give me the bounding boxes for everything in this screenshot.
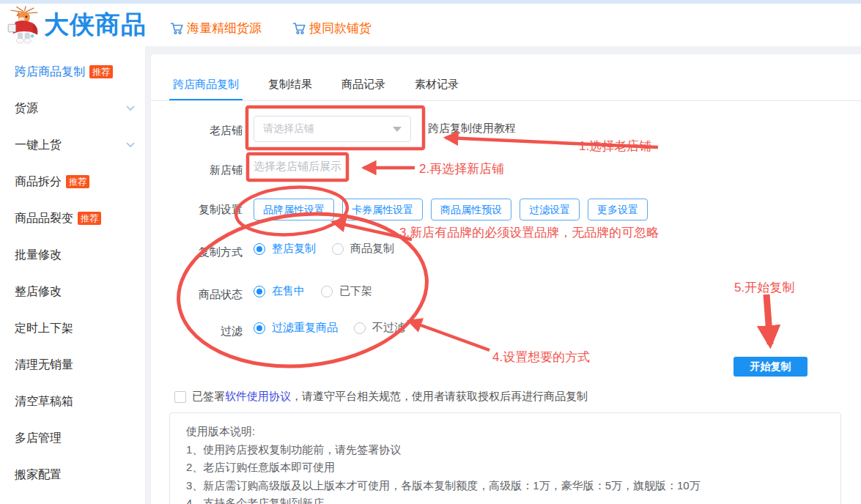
tab-material-records[interactable]: 素材记录 [415, 70, 459, 100]
copy-settings-buttons: 品牌属性设置 卡券属性设置 商品属性预设 过滤设置 更多设置 [254, 199, 648, 220]
radio-product-copy[interactable]: 商品复制 [332, 242, 394, 256]
sidebar: 跨店商品复制 推荐 货源 一键上货 商品拆分 推荐 商品品裂变 推荐 批量修改 … [0, 46, 146, 504]
nav-link-same-item[interactable]: 搜同款铺货 [292, 20, 372, 37]
radio-label: 过滤重复商品 [272, 321, 338, 335]
version-note-line: 2、老店订购任意版本即可使用 [186, 459, 824, 477]
copy-mode-options: 整店复制 商品复制 [254, 242, 394, 256]
radio-selected-icon [254, 243, 265, 255]
product-status-label: 商品状态 [155, 288, 243, 302]
agreement-checkbox[interactable] [174, 391, 186, 403]
sidebar-item-cross-store-copy[interactable]: 跨店商品复制 推荐 [0, 53, 145, 90]
nav-link-label: 搜同款铺货 [309, 20, 372, 37]
sidebar-item-label: 跨店商品复制 [15, 64, 85, 80]
version-note-line: 3、新店需订购高级版及以上版本才可使用，各版本复制额度，高级版：1万，豪华版：5… [186, 477, 824, 495]
version-note-line: 1、使用跨店授权复制功能前，请先签署协议 [186, 441, 824, 459]
filter-options: 过滤重复商品 不过滤 [254, 321, 405, 335]
copy-settings-label: 复制设置 [155, 203, 243, 217]
tab-product-records[interactable]: 商品记录 [341, 70, 385, 100]
sidebar-item-label: 批量修改 [15, 248, 62, 263]
radio-unselected-icon [354, 322, 366, 334]
cart-icon [292, 22, 306, 34]
tab-cross-store-copy[interactable]: 跨店商品复制 [173, 70, 239, 100]
sidebar-item-label: 货源 [15, 101, 38, 116]
recommend-badge: 推荐 [89, 65, 113, 78]
sidebar-item-label: 整店修改 [15, 284, 62, 300]
brand-logo[interactable]: 大侠商品 [6, 5, 147, 45]
more-settings-button[interactable]: 更多设置 [588, 199, 648, 220]
nav-link-label: 海量精细货源 [187, 20, 262, 37]
filter-settings-button[interactable]: 过滤设置 [520, 199, 580, 220]
caret-down-icon [393, 127, 402, 132]
sidebar-item-empty-drafts[interactable]: 清空草稿箱 [0, 383, 145, 420]
filter-label: 过滤 [155, 325, 243, 338]
sidebar-item-supply-source[interactable]: 货源 [0, 90, 145, 127]
copy-mode-label: 复制方式 [155, 245, 243, 259]
sidebar-item-batch-edit[interactable]: 批量修改 [0, 237, 145, 273]
radio-selected-icon [254, 322, 265, 334]
chevron-down-icon [126, 142, 135, 148]
radio-unselected-icon [332, 243, 344, 255]
sidebar-item-label: 清理无销量 [15, 357, 73, 373]
nav-link-supply[interactable]: 海量精细货源 [170, 20, 262, 37]
sidebar-item-multi-store-management[interactable]: 多店管理 [0, 420, 145, 456]
version-notes-box: 使用版本说明: 1、使用跨店授权复制功能前，请先签署协议 2、老店订购任意版本即… [169, 412, 841, 504]
software-agreement-link[interactable]: 软件使用协议 [225, 390, 291, 404]
radio-label: 不过滤 [372, 321, 405, 335]
tutorial-link[interactable]: 跨店复制使用教程 [428, 122, 516, 136]
sidebar-item-label: 清空草稿箱 [15, 394, 73, 410]
radio-whole-store-copy[interactable]: 整店复制 [254, 242, 316, 256]
radio-selected-icon [254, 286, 265, 297]
sidebar-item-help-tutorial[interactable]: 帮助教程 [0, 493, 145, 504]
new-store-label: 新店铺 [155, 163, 243, 177]
radio-unselected-icon [321, 286, 333, 297]
sidebar-item-product-split[interactable]: 商品拆分 推荐 [0, 163, 145, 200]
agreement-row: 已签署软件使用协议，请遵守平台相关规范，使用者请获取授权后再进行商品复制 [174, 390, 588, 404]
recommend-badge: 推荐 [78, 212, 101, 225]
radio-on-sale[interactable]: 在售中 [254, 284, 305, 298]
new-store-placeholder[interactable]: 选择老店铺后展示 [254, 160, 341, 174]
mascot-icon [6, 5, 41, 45]
radio-no-filter[interactable]: 不过滤 [354, 321, 405, 335]
radio-filter-duplicates[interactable]: 过滤重复商品 [254, 321, 338, 335]
radio-label: 在售中 [272, 284, 305, 298]
product-attr-preset-button[interactable]: 商品属性预设 [431, 199, 511, 220]
cart-icon [170, 22, 184, 34]
chevron-down-icon [126, 105, 135, 111]
sidebar-item-migration-config[interactable]: 搬家配置 [0, 456, 145, 493]
recommend-badge: 推荐 [66, 175, 89, 188]
brand-title: 大侠商品 [44, 8, 147, 42]
radio-off-shelf[interactable]: 已下架 [321, 284, 372, 298]
page: 大侠商品 海量精细货源 搜同款铺货 跨店商品复制 推荐 [0, 0, 861, 504]
start-copy-button[interactable]: 开始复制 [733, 357, 808, 377]
header-nav: 海量精细货源 搜同款铺货 [170, 20, 372, 37]
sidebar-item-clear-no-sales[interactable]: 清理无销量 [0, 346, 145, 383]
old-store-select[interactable]: 请选择店铺 [254, 116, 411, 142]
sidebar-item-label: 多店管理 [15, 431, 62, 446]
agreement-text-prefix: 已签署 [192, 390, 225, 404]
old-store-placeholder: 请选择店铺 [263, 122, 314, 136]
tab-copy-results[interactable]: 复制结果 [268, 70, 312, 100]
product-status-options: 在售中 已下架 [254, 284, 372, 298]
brand-attr-settings-button[interactable]: 品牌属性设置 [254, 199, 334, 220]
sidebar-item-label: 商品拆分 [15, 174, 62, 190]
sidebar-item-scheduled-listing[interactable]: 定时上下架 [0, 310, 145, 346]
sidebar-item-label: 定时上下架 [15, 321, 73, 336]
sidebar-item-whole-store-edit[interactable]: 整店修改 [0, 273, 145, 310]
agreement-text-suffix: ，请遵守平台相关规范，使用者请获取授权后再进行商品复制 [291, 390, 588, 404]
header: 大侠商品 海量精细货源 搜同款铺货 [0, 0, 861, 46]
sidebar-item-label: 一键上货 [15, 138, 62, 153]
radio-label: 商品复制 [350, 242, 394, 256]
tab-bar: 跨店商品复制 复制结果 商品记录 素材记录 [151, 70, 861, 101]
old-store-label: 老店铺 [155, 124, 243, 138]
version-note-line: 4、支持多个老店复制到新店 [186, 494, 824, 504]
card-coupon-attr-settings-button[interactable]: 卡券属性设置 [342, 199, 423, 220]
sidebar-item-product-fission[interactable]: 商品品裂变 推荐 [0, 200, 145, 237]
sidebar-item-label: 商品品裂变 [15, 211, 73, 226]
main-panel: 跨店商品复制 复制结果 商品记录 素材记录 老店铺 请选择店铺 跨店复制使用教程… [150, 53, 861, 504]
radio-label: 已下架 [339, 284, 372, 298]
sidebar-item-one-click-listing[interactable]: 一键上货 [0, 127, 145, 163]
radio-label: 整店复制 [272, 242, 316, 256]
sidebar-item-label: 搬家配置 [15, 467, 62, 483]
version-notes-title: 使用版本说明: [186, 423, 824, 441]
